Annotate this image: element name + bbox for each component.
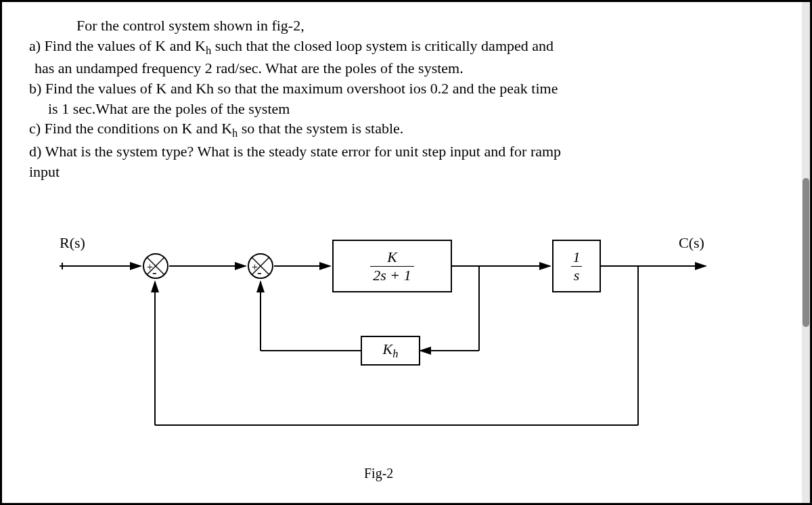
summing-junction-2: + -: [248, 253, 273, 279]
item-a-line1: a) Find the values of K and Kh such that…: [29, 36, 783, 59]
item-d-line1: d) What is the system type? What is the …: [29, 141, 783, 162]
item-c: c) Find the conditions on K and Kh so th…: [29, 118, 783, 141]
item-d-line2: input: [29, 162, 783, 182]
figure-label: Fig-2: [364, 466, 393, 481]
forward-block-2: 1 s: [552, 240, 601, 292]
item-a-line2: has an undamped frequency 2 rad/sec. Wha…: [29, 58, 783, 79]
scrollbar-track[interactable]: [802, 2, 810, 503]
problem-text: For the control system shown in fig-2, a…: [29, 16, 783, 181]
item-b-line1: b) Find the values of K and Kh so that t…: [29, 79, 783, 99]
forward-block-1: K 2s + 1: [332, 240, 452, 292]
intro-line: For the control system shown in fig-2,: [29, 16, 783, 36]
summing-junction-1: + -: [143, 253, 168, 279]
scrollbar-thumb[interactable]: [803, 178, 809, 327]
item-b-line2: is 1 sec.What are the poles of the syste…: [29, 99, 783, 119]
feedback-block: Kh: [361, 336, 420, 366]
block-diagram: R(s) C(s): [29, 222, 783, 493]
